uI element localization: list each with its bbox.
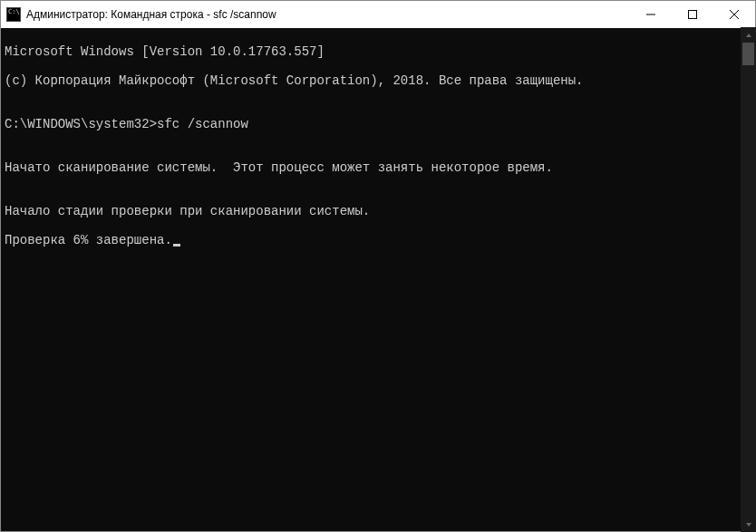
console-area[interactable]: Microsoft Windows [Version 10.0.17763.55… bbox=[1, 28, 755, 531]
svg-marker-5 bbox=[746, 523, 751, 527]
svg-marker-4 bbox=[746, 34, 751, 37]
window-controls bbox=[630, 1, 755, 28]
svg-rect-1 bbox=[689, 11, 697, 19]
command-prompt-window: Администратор: Командная строка - sfc /s… bbox=[0, 0, 756, 532]
console-line: Microsoft Windows [Version 10.0.17763.55… bbox=[5, 44, 751, 59]
console-line: Начато сканирование системы. Этот процес… bbox=[5, 160, 751, 175]
chevron-up-icon bbox=[745, 32, 752, 39]
titlebar[interactable]: Администратор: Командная строка - sfc /s… bbox=[1, 1, 755, 28]
scroll-down-button[interactable] bbox=[741, 517, 756, 532]
app-icon bbox=[6, 7, 21, 22]
console-line: Начало стадии проверки при сканировании … bbox=[5, 204, 751, 218]
close-icon bbox=[730, 10, 739, 19]
minimize-icon bbox=[646, 10, 655, 19]
scrollbar-track[interactable] bbox=[741, 43, 756, 517]
maximize-icon bbox=[688, 10, 697, 19]
prompt-line: C:\WINDOWS\system32>sfc /scannow bbox=[5, 117, 751, 131]
scrollbar-thumb[interactable] bbox=[742, 43, 754, 65]
maximize-button[interactable] bbox=[672, 1, 713, 28]
window-title: Администратор: Командная строка - sfc /s… bbox=[26, 8, 630, 21]
close-button[interactable] bbox=[713, 1, 755, 28]
progress-text: Проверка 6% завершена. bbox=[5, 233, 172, 247]
text-cursor bbox=[173, 244, 180, 247]
vertical-scrollbar[interactable] bbox=[741, 27, 756, 532]
console-line: (c) Корпорация Майкрософт (Microsoft Cor… bbox=[5, 73, 751, 88]
scroll-up-button[interactable] bbox=[741, 27, 756, 43]
chevron-down-icon bbox=[745, 521, 752, 528]
minimize-button[interactable] bbox=[630, 1, 672, 28]
progress-line: Проверка 6% завершена. bbox=[5, 233, 751, 247]
